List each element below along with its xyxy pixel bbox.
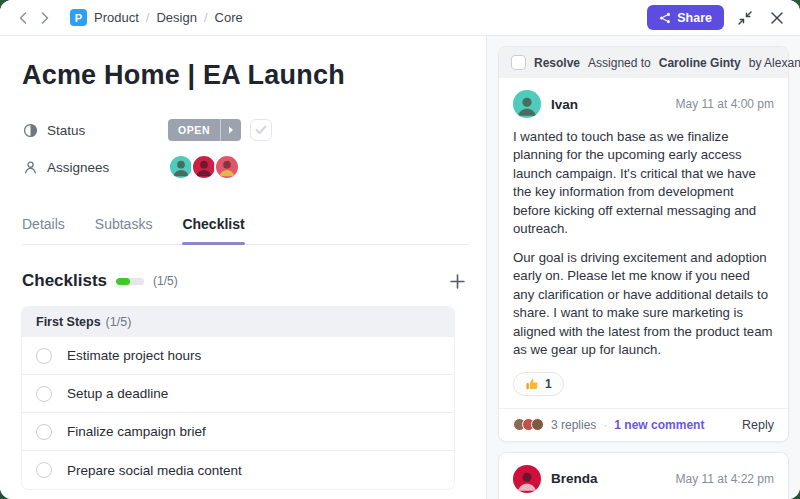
checklist-group-title: First Steps	[36, 315, 101, 329]
checklist-item-label: Estimate project hours	[67, 348, 201, 363]
comments-panel: Resolve Assigned to Caroline Ginty by Al…	[487, 36, 800, 499]
assigned-by-text: by Alexander	[749, 56, 800, 70]
reaction-count: 1	[545, 377, 552, 391]
checklist-progress-fill	[116, 278, 130, 285]
task-modal-window: P Product / Design / Core Share Acme Hom…	[0, 0, 800, 499]
assignee-avatars	[168, 154, 240, 180]
checklist-item[interactable]: Finalize campaign brief	[22, 413, 454, 451]
assignees-label: Assignees	[47, 160, 109, 175]
checklist-item[interactable]: Estimate project hours	[22, 337, 454, 375]
comment-card: Brenda May 11 at 4:22 pm This is great, …	[498, 452, 789, 499]
replies-count[interactable]: 3 replies	[551, 418, 596, 432]
checklist-progress-bar	[116, 278, 144, 285]
close-icon	[771, 12, 783, 24]
tab-checklist[interactable]: Checklist	[182, 208, 244, 244]
resolve-label[interactable]: Resolve	[534, 56, 580, 70]
checklist-item-circle-icon[interactable]	[36, 462, 52, 478]
comment-author-avatar[interactable]	[513, 90, 541, 118]
status-label: Status	[47, 123, 85, 138]
close-button[interactable]	[766, 7, 788, 29]
assignee-name[interactable]: Caroline Ginty	[659, 56, 741, 70]
checklist-group-count: (1/5)	[106, 315, 132, 329]
new-comment-link[interactable]: 1 new comment	[614, 418, 704, 432]
reply-avatars	[513, 418, 544, 431]
resolve-checkbox[interactable]	[511, 55, 526, 70]
assignees-field-label: Assignees	[22, 160, 168, 175]
status-badge[interactable]: OPEN	[168, 119, 241, 141]
comment-author-name[interactable]: Ivan	[551, 97, 578, 112]
breadcrumb-item-design[interactable]: Design	[156, 10, 196, 25]
share-button-label: Share	[677, 11, 712, 25]
collapse-button[interactable]	[734, 7, 756, 29]
checklist-item-circle-icon[interactable]	[36, 348, 52, 364]
assignee-avatar-3[interactable]	[214, 154, 240, 180]
comment-author-row: Brenda May 11 at 4:22 pm	[513, 465, 774, 493]
share-button[interactable]: Share	[647, 5, 724, 30]
chevron-left-icon	[19, 12, 27, 24]
thumbs-up-icon	[525, 377, 539, 391]
nav-forward-button[interactable]	[34, 7, 56, 29]
checklist-item-label: Prepare social media content	[67, 463, 242, 478]
chevron-right-icon	[41, 12, 49, 24]
share-icon	[659, 12, 671, 24]
assignees-field-row: Assignees	[22, 154, 486, 180]
task-title: Acme Home | EA Launch	[22, 60, 486, 91]
assigned-to-text: Assigned to	[588, 56, 651, 70]
status-icon	[22, 123, 38, 138]
thumbs-up-reaction[interactable]: 1	[513, 372, 564, 396]
checklist-progress-count: (1/5)	[153, 274, 178, 288]
thread-footer: 3 replies · 1 new comment Reply	[499, 408, 788, 441]
comment-paragraph: Our goal is driving excitement and adopt…	[513, 249, 774, 360]
breadcrumb-item-core[interactable]: Core	[215, 10, 243, 25]
status-field-row: Status OPEN	[22, 117, 486, 143]
breadcrumb-separator: /	[146, 10, 150, 25]
comment-timestamp: May 11 at 4:00 pm	[676, 97, 775, 111]
checklist-item[interactable]: Prepare social media content	[22, 451, 454, 489]
checklist-item[interactable]: Setup a deadline	[22, 375, 454, 413]
detail-tabs: Details Subtasks Checklist	[22, 208, 469, 245]
comment-paragraph: I wanted to touch base as we finalize pl…	[513, 128, 774, 239]
comment-author-name[interactable]: Brenda	[551, 471, 598, 486]
footer-separator-dot: ·	[603, 418, 607, 432]
top-bar: P Product / Design / Core Share	[0, 0, 800, 36]
breadcrumb-separator: /	[204, 10, 208, 25]
task-detail-panel: Acme Home | EA Launch Status OPEN	[0, 36, 487, 499]
checklist-item-circle-icon[interactable]	[36, 386, 52, 402]
plus-icon	[450, 274, 465, 289]
reply-button[interactable]: Reply	[742, 418, 774, 432]
assignees-icon	[22, 160, 38, 175]
checklist-item-label: Setup a deadline	[67, 386, 168, 401]
collapse-icon	[738, 11, 752, 25]
tab-subtasks[interactable]: Subtasks	[95, 208, 153, 244]
checkmark-icon	[255, 125, 267, 135]
checklist-group: First Steps (1/5) Estimate project hours…	[22, 307, 454, 489]
project-badge-icon[interactable]: P	[70, 9, 87, 26]
checklists-header: Checklists (1/5)	[22, 269, 469, 293]
status-value: OPEN	[168, 119, 220, 141]
checklist-group-header[interactable]: First Steps (1/5)	[22, 307, 454, 337]
resolve-bar: Resolve Assigned to Caroline Ginty by Al…	[499, 47, 788, 78]
comment-timestamp: May 11 at 4:22 pm	[676, 472, 775, 486]
comment-author-row: Ivan May 11 at 4:00 pm	[513, 90, 774, 118]
status-next-arrow-icon[interactable]	[220, 119, 241, 141]
comment-author-avatar[interactable]	[513, 465, 541, 493]
mark-complete-checkbox[interactable]	[250, 119, 272, 141]
checklist-item-circle-icon[interactable]	[36, 424, 52, 440]
breadcrumb-item-product[interactable]: Product	[94, 10, 139, 25]
reply-avatar	[531, 418, 544, 431]
breadcrumb: Product / Design / Core	[94, 10, 243, 25]
checklist-item-label: Finalize campaign brief	[67, 424, 206, 439]
status-field-label: Status	[22, 123, 168, 138]
comment-thread-card: Resolve Assigned to Caroline Ginty by Al…	[498, 46, 789, 442]
nav-back-button[interactable]	[12, 7, 34, 29]
tab-details[interactable]: Details	[22, 208, 65, 244]
checklists-heading: Checklists	[22, 271, 107, 291]
add-checklist-button[interactable]	[445, 269, 469, 293]
